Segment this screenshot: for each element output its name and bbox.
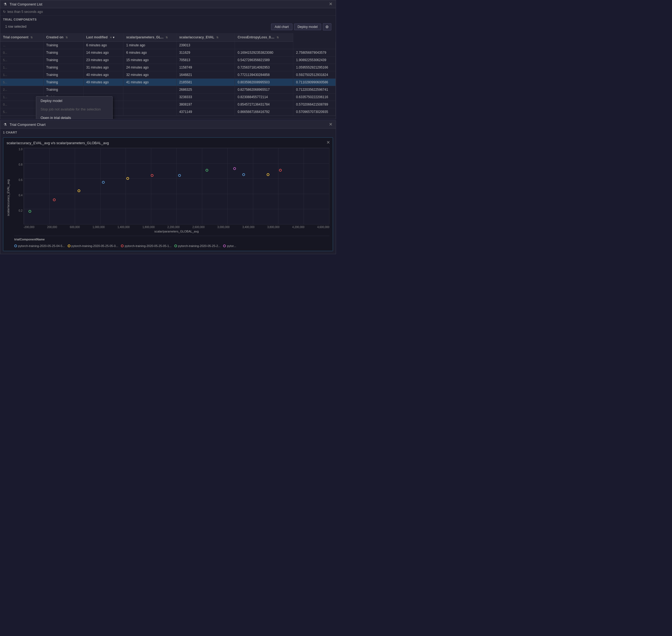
close-panel-button[interactable]: ✕ xyxy=(328,2,333,6)
row-count: 1 row selected xyxy=(2,24,29,30)
col-header-scalar-params[interactable]: scalar/parameters_GL... ⇅ xyxy=(123,33,177,42)
x-label: 3,800,000 xyxy=(267,225,280,228)
cell-modified xyxy=(123,101,177,108)
cell-prefix: 5... xyxy=(0,79,43,86)
legend-item: pytor... xyxy=(223,244,236,247)
x-label: 3,000,000 xyxy=(217,225,230,228)
refresh-icon[interactable]: ↻ xyxy=(3,10,6,14)
cell-name: Training xyxy=(43,57,83,64)
x-label: 200,000 xyxy=(47,225,57,228)
scatter-dot xyxy=(242,173,245,176)
scatter-dot xyxy=(233,167,236,170)
legend-dot xyxy=(68,244,70,247)
scatter-dot xyxy=(267,173,269,176)
close-chart-panel-button[interactable]: ✕ xyxy=(328,122,333,127)
col-header-trial-component[interactable]: Trial component ⇅ xyxy=(0,33,43,42)
col-header-last-modified[interactable]: Last modified ▼ xyxy=(83,33,123,42)
y-label: 1.0 xyxy=(14,148,22,151)
cell-accuracy: 0.169415292353823080 xyxy=(235,49,293,57)
cell-created: 31 minutes ago xyxy=(83,64,123,71)
table-row[interactable]: 1... Training 40 minutes ago 32 minutes … xyxy=(0,71,336,79)
cell-modified: 24 minutes ago xyxy=(123,64,177,71)
cell-prefix: 1... xyxy=(0,71,43,79)
cell-modified xyxy=(123,108,177,116)
chart-panel-header: ⚗ Trial Component Chart ✕ xyxy=(0,121,336,128)
grid-line-v xyxy=(100,148,101,224)
flask-icon: ⚗ xyxy=(3,2,7,6)
cell-entropy xyxy=(293,42,336,49)
table-container: Trial component ⇅ Created on ⇅ Last modi… xyxy=(0,33,336,119)
table-row[interactable]: 1... Training 31 minutes ago 24 minutes … xyxy=(0,64,336,71)
add-chart-button[interactable]: Add chart xyxy=(271,24,292,30)
col-header-cross-entropy[interactable]: CrossEntropyLoss_0.... ⇅ xyxy=(235,33,293,42)
table-row[interactable]: 2... Training 2686325 0.8275862068965517… xyxy=(0,86,336,94)
cell-created: 49 minutes ago xyxy=(83,79,123,86)
legend-dot xyxy=(223,244,226,247)
legend-dot xyxy=(121,244,124,247)
scatter-dot xyxy=(53,198,56,201)
sort-icon-trial: ⇅ xyxy=(30,36,33,39)
grid-line-v xyxy=(177,148,177,224)
cell-name: Training xyxy=(43,49,83,57)
cell-params: 1158749 xyxy=(176,64,235,71)
cell-name: Training xyxy=(43,79,83,86)
cell-accuracy: 0.8665667166416792 xyxy=(235,108,293,116)
grid-line-h xyxy=(24,224,329,224)
cell-params: 239013 xyxy=(176,42,235,49)
x-label: 2,200,000 xyxy=(167,225,180,228)
x-label: 600,000 xyxy=(70,225,80,228)
cell-params: 311629 xyxy=(176,49,235,57)
cell-params: 705813 xyxy=(176,57,235,64)
chart-flask-icon: ⚗ xyxy=(3,122,7,127)
cell-params: 2686325 xyxy=(176,86,235,94)
trial-component-chart-panel: ⚗ Trial Component Chart ✕ 1 CHART scalar… xyxy=(0,120,336,254)
cell-entropy: 0.5702066421508789 xyxy=(293,101,336,108)
panel-header: ⚗ Trial Component List ✕ xyxy=(0,0,336,8)
cell-entropy: 0.6335750222206116 xyxy=(293,94,336,101)
legend-dot xyxy=(14,244,17,247)
sort-icon-accuracy: ⇅ xyxy=(216,36,219,39)
context-open-trial[interactable]: Open in trial details xyxy=(36,114,113,119)
y-labels: 1.00.80.60.40.2 xyxy=(14,148,22,224)
cell-accuracy: 0.8275862068965517 xyxy=(235,86,293,94)
table-row[interactable]: ... Training 6 minutes ago 1 minute ago … xyxy=(0,42,336,49)
x-labels: -200,000200,000600,0001,000,0001,400,000… xyxy=(14,225,329,228)
close-chart-button[interactable]: ✕ xyxy=(326,140,330,145)
deploy-model-button[interactable]: Deploy model xyxy=(294,24,321,30)
cell-entropy: 1.908922553062439 xyxy=(293,57,336,64)
table-row[interactable]: 5... Training 23 minutes ago 15 minutes … xyxy=(0,57,336,64)
cell-entropy: 2.758056879043579 xyxy=(293,49,336,57)
grid-line-v xyxy=(24,148,24,224)
col-header-scalar-accuracy[interactable]: scalar/accuracy_EVAL ⇅ xyxy=(176,33,235,42)
grid-line-v xyxy=(278,148,279,224)
grid-line-v xyxy=(227,148,228,224)
cell-modified: 1 minute ago xyxy=(123,42,177,49)
grid-line-v xyxy=(125,148,126,224)
cell-modified: 41 minutes ago xyxy=(123,79,177,86)
chart-panel-title: Trial Component Chart xyxy=(9,122,326,127)
sort-icon-entropy: ⇅ xyxy=(277,36,279,39)
scatter-chart: scalar/accuracy_EVAL_avg 1.00.80.60.40.2… xyxy=(6,148,329,247)
settings-button[interactable]: ⚙ xyxy=(323,23,331,31)
table-row[interactable]: 5... Training 49 minutes ago 41 minutes … xyxy=(0,79,336,86)
context-deploy-model[interactable]: Deploy model xyxy=(36,97,113,105)
cell-name: Training xyxy=(43,64,83,71)
cell-modified xyxy=(123,94,177,101)
cell-entropy: 0.5709657073020935 xyxy=(293,108,336,116)
legend-item: pytorch-training-2020-05-25-05-1... xyxy=(121,244,171,247)
trial-component-list-panel: ⚗ Trial Component List ✕ ↻ less than 5 s… xyxy=(0,0,336,119)
context-menu: Deploy model Stop job not available for … xyxy=(36,96,113,119)
cell-created: 40 minutes ago xyxy=(83,71,123,79)
table-header: Trial component ⇅ Created on ⇅ Last modi… xyxy=(0,33,336,42)
table-row[interactable]: 0... Training 14 minutes ago 6 minutes a… xyxy=(0,49,336,57)
scatter-dot xyxy=(126,177,129,180)
cell-params: 2185581 xyxy=(176,79,235,86)
cell-entropy: 1.0595552921295166 xyxy=(293,64,336,71)
x-label: 1,400,000 xyxy=(118,225,130,228)
col-header-created-on[interactable]: Created on ⇅ xyxy=(43,33,83,42)
x-label: 1,000,000 xyxy=(93,225,105,228)
scatter-dot xyxy=(28,210,31,213)
cell-entropy: 0.7110280990600586 xyxy=(293,79,336,86)
cell-accuracy: 0.823088455772114 xyxy=(235,94,293,101)
x-label: -200,000 xyxy=(24,225,34,228)
